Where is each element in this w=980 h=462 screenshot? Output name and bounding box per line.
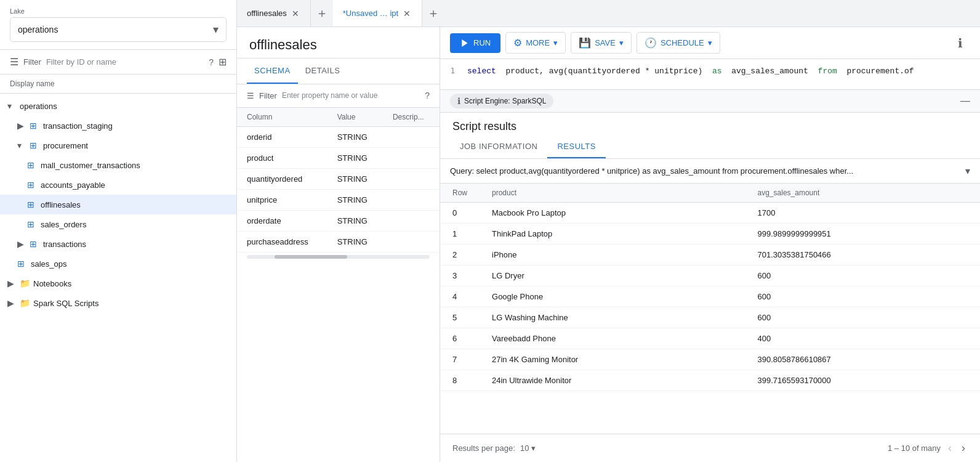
schema-cell-description xyxy=(383,210,440,231)
filter-label: Filter xyxy=(23,57,41,67)
help-icon[interactable]: ? xyxy=(425,91,430,100)
table-icon: ⊞ xyxy=(17,259,28,269)
cell-avg-sales: 600 xyxy=(745,286,980,307)
lake-dropdown[interactable]: operations ▾ xyxy=(10,17,227,42)
results-table-row: 2 iPhone 701.3035381750466 xyxy=(440,245,980,265)
col-header-avg-sales: avg_sales_amount xyxy=(745,184,980,203)
schema-filter-input[interactable]: Enter property name or value xyxy=(282,91,420,101)
chevron-down-icon: ▾ xyxy=(708,38,712,47)
schema-cell-value: STRING xyxy=(327,210,383,231)
more-button[interactable]: ⚙ MORE ▾ xyxy=(505,32,566,54)
display-name-header: Display name xyxy=(0,75,236,94)
results-table-container[interactable]: Row product avg_sales_amount 0 Macbook P… xyxy=(440,184,980,434)
code-line[interactable]: select product, avg(quantityordered * un… xyxy=(462,64,980,78)
table-title: offlinesales xyxy=(237,27,440,59)
cell-avg-sales: 390.8058786610867 xyxy=(745,349,980,370)
sidebar-item-sales-orders[interactable]: ⊞ sales_orders xyxy=(0,214,236,234)
schema-tabs: SCHEMA DETAILS xyxy=(237,59,440,84)
schema-cell-description xyxy=(383,231,440,252)
engine-badge: ℹ Script Engine: SparkSQL xyxy=(450,94,553,108)
sidebar-item-spark-sql-scripts[interactable]: ▶ 📁 Spark SQL Scripts xyxy=(0,293,236,313)
cell-avg-sales: 600 xyxy=(745,265,980,286)
schema-table-row: purchaseaddress STRING xyxy=(237,231,440,252)
sidebar-item-label: Spark SQL Scripts xyxy=(33,299,98,308)
table-icon: ⊞ xyxy=(30,121,41,131)
tab-close-icon[interactable]: ✕ xyxy=(402,7,412,20)
svg-marker-0 xyxy=(462,39,467,47)
tab-add-button-2[interactable]: ＋ xyxy=(422,0,444,26)
save-label: SAVE xyxy=(595,38,616,47)
sidebar-item-notebooks[interactable]: ▶ 📁 Notebooks xyxy=(0,274,236,293)
tab-results[interactable]: RESULTS xyxy=(547,136,606,158)
tab-schema[interactable]: SCHEMA xyxy=(247,59,298,84)
sidebar-item-label: sales_orders xyxy=(41,220,86,229)
minimize-button[interactable]: — xyxy=(960,95,970,107)
sidebar-item-label: Notebooks xyxy=(33,279,71,288)
filter-input[interactable]: Filter by ID or name xyxy=(46,57,204,67)
results-table-row: 3 LG Dryer 600 xyxy=(440,265,980,286)
script-area: RUN ⚙ MORE ▾ 💾 SAVE ▾ 🕐 SCHEDULE ▾ ℹ xyxy=(440,27,980,462)
sidebar: Lake operations ▾ ☰ Filter Filter by ID … xyxy=(0,0,237,462)
code-alias: avg_sales_amount xyxy=(731,67,813,76)
help-icon[interactable]: ? xyxy=(209,57,214,67)
results-table-row: 0 Macbook Pro Laptop 1700 xyxy=(440,203,980,224)
tab-add-button[interactable]: ＋ xyxy=(311,0,333,26)
info-icon: ℹ xyxy=(457,96,460,106)
keyword-from: from xyxy=(818,67,842,76)
grid-icon[interactable]: ⊞ xyxy=(219,56,227,68)
results-table-row: 8 24in Ultrawide Monitor 399.71655931700… xyxy=(440,370,980,391)
schema-cell-value: STRING xyxy=(327,126,383,147)
expand-icon[interactable]: ▾ xyxy=(965,165,970,177)
results-table-row: 7 27in 4K Gaming Monitor 390.80587866108… xyxy=(440,349,980,370)
tab-close-icon[interactable]: ✕ xyxy=(291,7,300,20)
results-table-row: 6 Vareebadd Phone 400 xyxy=(440,328,980,349)
sidebar-item-label: mall_customer_transactions xyxy=(41,161,140,170)
tab-details[interactable]: DETAILS xyxy=(298,59,348,84)
tab-offlinesales[interactable]: offlinesales ✕ xyxy=(237,0,311,26)
table-detail-panel: offlinesales SCHEMA DETAILS ☰ Filter Ent… xyxy=(237,27,440,462)
sidebar-item-transaction-staging[interactable]: ▶ ⊞ transaction_staging xyxy=(0,116,236,136)
cell-avg-sales: 400 xyxy=(745,328,980,349)
sidebar-item-mall-customer-transactions[interactable]: ⊞ mall_customer_transactions xyxy=(0,155,236,175)
schema-table-row: orderid STRING xyxy=(237,126,440,147)
main-area: offlinesales ✕ ＋ *Unsaved … ipt ✕ ＋ offl… xyxy=(237,0,980,462)
chevron-down-icon: ▾ xyxy=(213,23,219,36)
sidebar-item-offlinesales[interactable]: ⊞ offlinesales xyxy=(0,195,236,214)
cell-row: 3 xyxy=(440,265,480,286)
schema-table-row: product STRING xyxy=(237,147,440,168)
pagination-left: Results per page: 10 ▾ xyxy=(452,444,536,453)
sidebar-item-operations[interactable]: ▾ operations xyxy=(0,96,236,116)
sidebar-item-sales-ops[interactable]: ⊞ sales_ops xyxy=(0,254,236,274)
tab-label: *Unsaved … ipt xyxy=(343,9,398,18)
save-icon: 💾 xyxy=(579,37,591,49)
pagination-label: 1 – 10 of many xyxy=(888,444,941,453)
col-header-column: Column xyxy=(237,108,327,127)
col-header-product: product xyxy=(480,184,745,203)
tab-unsaved[interactable]: *Unsaved … ipt ✕ xyxy=(333,0,422,26)
play-icon xyxy=(460,38,470,48)
cell-avg-sales: 701.3035381750466 xyxy=(745,245,980,265)
save-button[interactable]: 💾 SAVE ▾ xyxy=(571,32,632,54)
prev-page-button[interactable]: ‹ xyxy=(946,439,954,457)
code-editor[interactable]: 1 select product, avg(quantityordered * … xyxy=(440,59,980,90)
pagination-right: 1 – 10 of many ‹ › xyxy=(888,439,968,457)
tab-job-information[interactable]: JOB INFORMATION xyxy=(450,136,547,158)
run-button[interactable]: RUN xyxy=(450,33,500,53)
info-button[interactable]: ℹ xyxy=(950,33,970,53)
script-toolbar: RUN ⚙ MORE ▾ 💾 SAVE ▾ 🕐 SCHEDULE ▾ ℹ xyxy=(440,27,980,59)
schema-cell-description xyxy=(383,147,440,168)
sidebar-item-transactions[interactable]: ▶ ⊞ transactions xyxy=(0,234,236,254)
schema-cell-column: purchaseaddress xyxy=(237,231,327,252)
filter-bar: ☰ Filter Filter by ID or name ? ⊞ xyxy=(0,50,236,75)
col-header-description: Descrip... xyxy=(383,108,440,127)
schedule-button[interactable]: 🕐 SCHEDULE ▾ xyxy=(637,32,720,54)
next-page-button[interactable]: › xyxy=(959,439,968,457)
chevron-down-icon: ▾ xyxy=(619,38,624,47)
sidebar-item-accounts-payable[interactable]: ⊞ accounts_payable xyxy=(0,175,236,195)
sidebar-item-procurement[interactable]: ▾ ⊞ procurement xyxy=(0,136,236,155)
per-page-select[interactable]: 10 ▾ xyxy=(520,444,536,453)
cell-product: 27in 4K Gaming Monitor xyxy=(480,349,745,370)
sidebar-item-label: procurement xyxy=(43,141,88,150)
cell-avg-sales: 600 xyxy=(745,307,980,328)
schema-cell-column: unitprice xyxy=(237,189,327,210)
